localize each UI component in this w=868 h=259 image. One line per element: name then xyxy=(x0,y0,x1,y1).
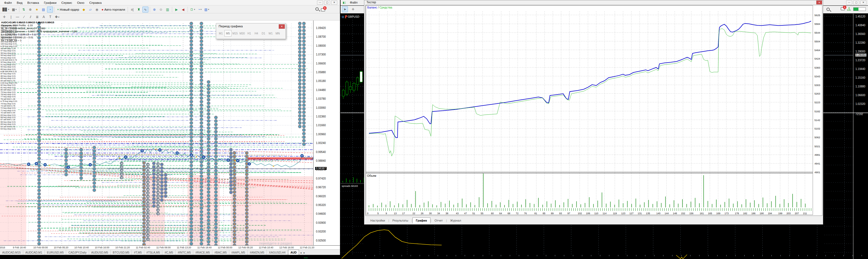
svg-text:➤: ➤ xyxy=(190,193,192,195)
tester-tab-Отчет[interactable]: Отчет xyxy=(431,218,446,223)
menu-item-Файл[interactable]: Файл xyxy=(2,1,14,5)
svg-text:➤: ➤ xyxy=(190,115,192,117)
backtest-chart[interactable]: ➤➤➤➤➤➤➤➤➤➤➤➤➤➤➤➤➤➤➤➤➤➤➤➤➤➤➤➤➤➤➤➤➤➤➤➤➤➤➤➤… xyxy=(0,21,313,245)
fibo-tool-icon[interactable]: ≣ xyxy=(34,14,40,20)
svg-text:➤: ➤ xyxy=(190,132,192,135)
zoom-in-icon[interactable]: ⊕ xyxy=(151,6,157,12)
tester-panel-icon[interactable]: ◔ xyxy=(47,6,53,12)
vline-tool-icon[interactable]: ❘ xyxy=(8,14,14,20)
arrange-windows-icon[interactable]: ▥ xyxy=(164,6,170,12)
menu-item-Вид[interactable]: Вид xyxy=(14,1,25,5)
symbol-tab[interactable]: XAGUSD,H4 xyxy=(267,250,288,255)
symbol-tab[interactable]: AUD xyxy=(288,250,299,255)
auto-scroll-icon[interactable]: ▶ xyxy=(174,6,180,12)
notifications-icon[interactable]: 5 xyxy=(320,7,328,12)
period-button-M15[interactable]: M15 xyxy=(231,30,239,37)
close-icon[interactable]: ✕ xyxy=(816,1,822,4)
menu-item-Графики[interactable]: Графики xyxy=(41,1,59,5)
restore-icon[interactable]: ▢ xyxy=(324,1,330,5)
svg-text:➤: ➤ xyxy=(215,195,217,197)
templates-icon[interactable]: ▧▾ xyxy=(203,6,210,12)
crosshair-target-icon[interactable]: ⊕ xyxy=(27,6,33,12)
tile-windows-icon[interactable]: ▦▾ xyxy=(11,6,18,12)
tab-scroll-icon[interactable]: ▸ xyxy=(303,251,306,255)
tester-tab-Результаты[interactable]: Результаты xyxy=(389,218,411,223)
profiles-icon[interactable]: ⇅ xyxy=(21,6,27,12)
arrows-tool-icon[interactable]: ✥▾ xyxy=(54,14,60,20)
symbol-tab[interactable]: #AMZN,M5 xyxy=(248,250,267,255)
svg-text:➤: ➤ xyxy=(190,214,192,217)
add-template-icon[interactable]: 🗋▾ xyxy=(189,6,196,12)
tester-y-label: 5504 xyxy=(814,40,820,43)
metaeditor-icon[interactable]: ▱ xyxy=(88,6,93,12)
symbol-tab[interactable]: #RACE,M5 xyxy=(193,250,212,255)
svg-text:➤: ➤ xyxy=(200,154,203,156)
symbol-tab[interactable]: #T,M5 xyxy=(132,250,144,255)
hline-tool-icon[interactable]: — xyxy=(14,14,21,20)
symbol-tab[interactable]: EURUSD,M5 xyxy=(45,250,66,255)
svg-text:➤: ➤ xyxy=(200,196,203,199)
tester-x-label: 190 xyxy=(760,212,764,215)
symbol-tab[interactable]: #INTC,M5 xyxy=(176,250,193,255)
crosshair-tool-icon[interactable]: ✛ xyxy=(1,14,7,20)
text-tool-icon[interactable]: A xyxy=(41,14,47,20)
autotrading-button[interactable]: ●Авто-торговля xyxy=(100,6,126,12)
menu-item-Вставка[interactable]: Вставка xyxy=(25,1,41,5)
symbol-tab[interactable]: #C,M5 xyxy=(162,250,176,255)
minimize-icon[interactable]: — xyxy=(317,1,323,5)
svg-text:➤: ➤ xyxy=(38,79,40,82)
svg-text:➤: ➤ xyxy=(38,90,40,92)
close-icon[interactable]: ✕ xyxy=(279,24,285,29)
tab-scroll-icon[interactable]: ◂ xyxy=(299,251,303,255)
symbol-tab[interactable]: AUDUSD,M5 xyxy=(89,250,111,255)
trendline-tool-icon[interactable]: ∕ xyxy=(21,14,27,20)
current-price-badge: 1.26151 xyxy=(856,54,866,57)
symbol-tab[interactable]: AUDCAD,M15 xyxy=(0,250,23,255)
watermark: перейдите в раздел "Параметры". xyxy=(259,241,313,245)
period-button-MN[interactable]: MN xyxy=(274,30,281,37)
bars-chart-icon[interactable]: ıı| xyxy=(129,6,135,12)
tester-tab-Журнал[interactable]: Журнал xyxy=(447,218,464,223)
period-button-M5[interactable]: M5 xyxy=(224,30,231,37)
svg-text:➤: ➤ xyxy=(299,122,301,124)
close-icon[interactable]: ✕ xyxy=(331,1,337,5)
label-tool-icon[interactable]: T xyxy=(47,14,53,20)
chart-shift-icon[interactable]: ◀ xyxy=(180,6,186,12)
tester-tab-График[interactable]: График xyxy=(412,218,431,224)
favorites-icon[interactable]: ★ xyxy=(34,6,40,12)
tester-tab-Настройки[interactable]: Настройки xyxy=(367,218,389,223)
menu-item-Сервис[interactable]: Сервис xyxy=(59,1,74,5)
period-button-D1[interactable]: D1 xyxy=(260,30,267,37)
market-watch-icon[interactable]: ▤ xyxy=(40,6,46,12)
svg-text:➤: ➤ xyxy=(38,242,40,245)
candles-chart-icon[interactable]: ♜ xyxy=(136,6,142,12)
svg-text:➤: ➤ xyxy=(299,69,301,71)
signals-icon[interactable]: ◉ xyxy=(94,6,100,12)
symbol-tab[interactable]: #BAC,M5 xyxy=(212,250,229,255)
svg-text:➤: ➤ xyxy=(234,226,236,229)
symbol-tab[interactable]: BTCUSD,M5 xyxy=(111,250,132,255)
zoom-out-icon[interactable]: ⊖ xyxy=(158,6,164,12)
svg-text:➤: ➤ xyxy=(38,51,40,53)
menu-item-Справка[interactable]: Справка xyxy=(87,1,104,5)
symbol-tab[interactable]: #AAPL,M5 xyxy=(229,250,248,255)
symbol-tab[interactable]: #TSLA,M5 xyxy=(144,250,163,255)
mql-icon[interactable]: ◆ xyxy=(81,6,87,12)
symbol-tab[interactable]: CADJPY,Daily xyxy=(66,250,89,255)
menu-item-Окно[interactable]: Окно xyxy=(74,1,87,5)
svg-text:➤: ➤ xyxy=(200,171,203,174)
channel-tool-icon[interactable]: ⫽ xyxy=(28,14,34,20)
period-icon[interactable]: ◔▾ xyxy=(197,6,203,12)
line-chart-icon[interactable]: ∿ xyxy=(143,6,148,12)
period-button-H4[interactable]: H4 xyxy=(253,30,260,37)
chart-mode-icon[interactable]: ▉▊▾ xyxy=(1,6,10,12)
tester-graph-panel[interactable]: Баланс / Средства Объем 5625558455445504… xyxy=(365,5,823,216)
period-button-M30[interactable]: M30 xyxy=(239,30,246,37)
period-button-W1[interactable]: W1 xyxy=(267,30,274,37)
svg-text:➤: ➤ xyxy=(215,230,217,232)
search-icon[interactable] xyxy=(315,7,320,12)
new-order-button[interactable]: +Новый ордер xyxy=(56,6,80,12)
period-button-H1[interactable]: H1 xyxy=(246,30,253,37)
period-button-M1[interactable]: M1 xyxy=(217,30,224,37)
symbol-tab[interactable]: AUDCAD,M1 xyxy=(23,250,45,255)
